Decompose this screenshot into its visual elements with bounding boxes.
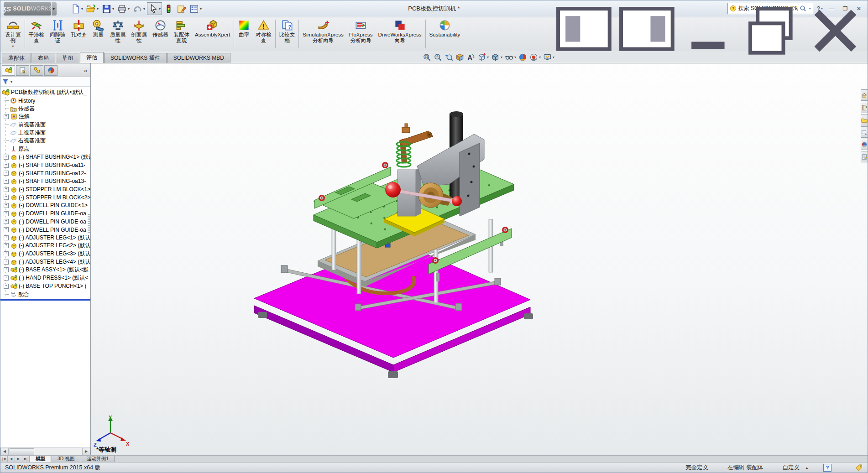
ribbon-interference-check[interactable]: 干涉检 查 [26,18,47,51]
tab-草图[interactable]: 草图 [56,53,79,63]
panel-tab-pm-display[interactable] [44,65,58,76]
tag-icon[interactable] [855,464,863,471]
expand-plus-icon[interactable]: + [4,203,9,208]
ribbon-mass-props[interactable]: 质量属 性 [107,18,129,51]
menu-expander-arrow[interactable]: ▶ [52,2,57,16]
model-canvas[interactable] [91,63,868,455]
tree-item[interactable]: +(-) BASE ASSY<1> (默认<默 [0,266,90,274]
dropdown-arrow-icon[interactable]: ▾ [143,7,145,11]
panel-tab-pm-config[interactable] [30,65,43,76]
tree-item[interactable]: PCB板数控切割机 (默认<默认_ [0,88,90,97]
scroll-left-icon[interactable]: ◀ [0,448,9,455]
tab-评估[interactable]: 评估 [80,52,104,63]
dropdown-arrow-icon[interactable]: ▾ [514,55,516,59]
nav-last-icon[interactable]: ▶| [22,456,30,462]
ribbon-clearance-verify[interactable]: 间隙验 证 [47,18,68,51]
expand-plus-icon[interactable]: + [4,235,9,240]
tree-item[interactable]: 前视基准面 [0,121,90,129]
ribbon-sustainability[interactable]: Sustainability [427,18,463,51]
zoom-fit-button[interactable] [423,53,431,62]
dropdown-arrow-icon[interactable]: ▾ [128,7,130,11]
tab-SOLIDWORKS 插件[interactable]: SOLIDWORKS 插件 [104,53,167,63]
ribbon-symmetry-check[interactable]: 对称检 查 [253,18,274,51]
ribbon-hole-align[interactable]: 孔对齐 [68,18,90,51]
tree-item[interactable]: +(-) STOPPER LM BLOCK<2> [0,193,90,202]
expand-plus-icon[interactable]: + [4,155,9,160]
view-settings-button[interactable]: ▾ [188,2,203,15]
dropdown-arrow-icon[interactable]: ▾ [539,55,541,59]
rebuild-button[interactable] [162,2,175,15]
bottom-tab-模型[interactable]: 模型 [30,456,51,462]
tree-item[interactable]: 原点 [0,145,90,153]
annotation-views-button[interactable]: A [466,53,475,62]
graphics-viewport[interactable]: Y X Z *等轴测 [91,63,868,455]
expand-plus-icon[interactable]: + [4,251,9,256]
expand-plus-icon[interactable]: + [4,195,9,200]
expand-plus-icon[interactable]: + [4,171,9,176]
expand-plus-icon[interactable]: + [4,219,9,224]
expand-plus-icon[interactable]: + [4,179,9,184]
status-help-icon[interactable]: ? [823,464,831,472]
tab-布局[interactable]: 布局 [31,53,55,63]
new-file-button[interactable]: ▾ [69,2,84,15]
tree-item[interactable]: +(-) DOWELL PIN GUIDE-oa [0,226,90,234]
tab-SOLIDWORKS MBD[interactable]: SOLIDWORKS MBD [167,53,230,63]
options-button[interactable] [175,2,188,15]
docwin-restore-button[interactable] [743,1,802,60]
display-style-button[interactable]: ▾ [491,53,502,62]
tree-item[interactable]: +(-) DOWELL PIN GUIDE<1> [0,202,90,210]
nav-next-icon[interactable]: ▶ [15,456,22,462]
expand-plus-icon[interactable]: + [4,267,9,272]
flyout-arrow-icon[interactable]: ▾ [12,44,14,50]
ribbon-driveworksxpress[interactable]: DriveWorksXpress 向导 [376,18,424,51]
open-button[interactable]: ▾ [85,2,100,15]
zoom-area-button[interactable] [434,53,442,62]
ribbon-simulationxpress[interactable]: SimulationXpress 分析向导 [300,18,346,51]
bottom-tab-运动算例1[interactable]: 运动算例1 [81,456,115,462]
tp-design-library-button[interactable] [861,102,868,113]
units-dropdown-icon[interactable]: ▴ [806,466,808,470]
dropdown-arrow-icon[interactable]: ▾ [159,7,161,11]
tree-item[interactable]: 右视基准面 [0,137,90,145]
tree-item[interactable]: +(-) SHAFT BUSHING<1> (默认 [0,153,90,161]
tree-item[interactable]: +(-) HAND PRESS<1> (默认< [0,274,90,282]
panel-tab-pm-property[interactable] [16,65,29,76]
expand-plus-icon[interactable]: + [4,284,9,289]
undo-button[interactable]: ▾ [131,2,146,15]
expand-plus-icon[interactable]: + [4,275,9,281]
hide-show-items-button[interactable]: ▾ [505,53,516,62]
ribbon-compare-docs[interactable]: ?比较文 档 [277,18,298,51]
tree-item[interactable]: +(-) DOWELL PIN GUIDE-oa [0,218,90,226]
tree-item[interactable]: +(-) ADJUSTER LEG<3> (默认 [0,250,90,258]
ribbon-section-props[interactable]: 剖面属 性 [129,18,150,51]
tree-item[interactable]: +(-) ADJUSTER LEG<1> (默认 [0,234,90,242]
expand-plus-icon[interactable]: + [4,260,9,265]
tree-item[interactable]: +(-) ADJUSTER LEG<4> (默认 [0,258,90,266]
expand-plus-icon[interactable]: + [4,163,9,168]
dropdown-arrow-icon[interactable]: ▾ [501,55,502,59]
view-settings-hud-button[interactable]: ▾ [543,53,554,62]
docwin-split-left-button[interactable] [554,1,613,60]
ribbon-design-study[interactable]: 设计算 例▾ [2,18,24,51]
bottom-tab-3D 视图[interactable]: 3D 视图 [52,456,80,462]
tree-item[interactable]: 配合 [0,290,90,298]
tp-home-button[interactable] [861,89,868,101]
previous-view-button[interactable] [444,53,453,62]
ribbon-assembly-xpert[interactable]: AssemblyXpert [192,18,233,51]
tree-item[interactable]: +(-) SHAFT BUSHING-oa12- [0,169,90,177]
tree-item[interactable]: 上视基准面 [0,129,90,137]
edit-appearance-button[interactable] [518,53,527,62]
expand-plus-icon[interactable]: + [4,114,9,119]
tp-custom-props-button[interactable] [861,151,868,162]
tree-item[interactable]: +A注解 [0,113,90,121]
panel-tabs-overflow-icon[interactable]: » [84,67,89,74]
apply-scene-button[interactable]: ▾ [529,53,541,62]
select-cursor-button[interactable]: ▾ [147,2,162,15]
print-button[interactable]: ▾ [116,2,131,15]
tp-file-explorer-button[interactable] [861,114,868,125]
panel-horizontal-scrollbar[interactable]: ◀ ▶ [0,447,90,455]
ribbon-assembly-visual[interactable]: 装配体 直观 [171,18,193,51]
docwin-split-right-button[interactable] [617,1,676,60]
tree-item[interactable]: +(-) STOPPER LM BLOCK<1> [0,185,90,193]
tree-item[interactable]: 传感器 [0,104,90,113]
